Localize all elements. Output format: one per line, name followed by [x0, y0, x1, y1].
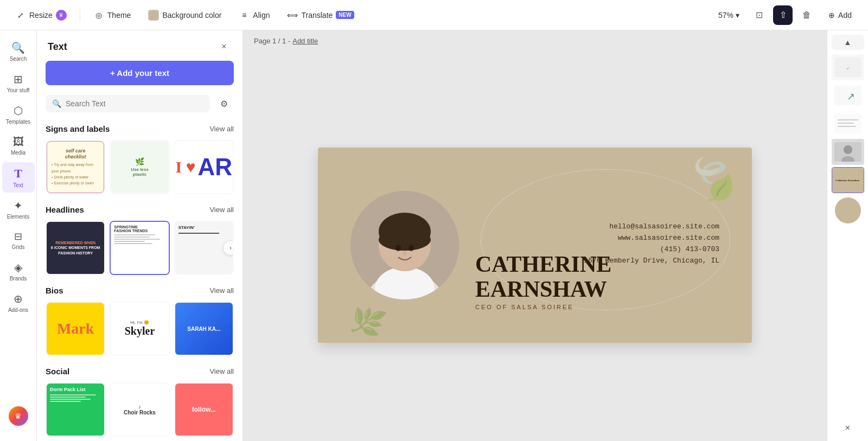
align-button[interactable]: ≡ Align [232, 7, 276, 24]
template-card-fashion-moments[interactable]: REMEMBERED WHEN 8 ICONIC MOMENTS FROM FA… [46, 221, 105, 275]
main-area: 🔍 Search ⊞ Your stuff ⬡ Templates 🖼 Medi… [0, 30, 868, 441]
template-card-partial-headline[interactable]: › STAYIN' [174, 221, 234, 275]
sidebar-item-text-label: Text [13, 182, 23, 188]
fashion-moments-text: REMEMBERED WHEN 8 ICONIC MOMENTS FROM FA… [50, 240, 101, 255]
thumb-5-name: Catherine Earnshaw [835, 179, 859, 182]
background-color-label: Background color [162, 11, 221, 20]
template-card-sarah-ka[interactable]: SARAH KA... [174, 302, 234, 356]
thumb-4-svg [834, 142, 861, 162]
business-card[interactable]: 🍃 🌿 [318, 148, 752, 343]
template-card-use-less-plastic[interactable]: 🌿 Use lessplastic [110, 140, 169, 194]
bios-view-all[interactable]: View all [209, 286, 234, 295]
svg-point-18 [844, 145, 852, 154]
template-card-follow[interactable]: follow... [174, 382, 234, 437]
sidebar-item-your-stuff-label: Your stuff [7, 87, 30, 93]
sidebar-item-text[interactable]: T Text [2, 162, 35, 193]
social-title: Social [46, 367, 69, 376]
premium-ring-icon: ♛ [9, 406, 28, 426]
template-card-choir-rocks[interactable]: ♪ Choir Rocks [110, 382, 169, 437]
search-input[interactable] [66, 99, 203, 108]
sidebar-item-templates[interactable]: ⬡ Templates [2, 100, 35, 129]
right-thumb-2[interactable]: ↗ [832, 82, 864, 108]
zoom-button[interactable]: 57% ▾ [713, 8, 745, 23]
name-line2: EARNSHAW [475, 277, 611, 302]
right-thumb-5[interactable]: Catherine Earnshaw [832, 167, 864, 193]
signs-labels-view-all[interactable]: View all [209, 125, 234, 133]
translate-button[interactable]: ⟺ Translate NEW [280, 7, 360, 24]
contact-phone: (415) 413-0703 [584, 245, 719, 253]
template-card-self-care[interactable]: self carechecklist • Try and stay away f… [46, 140, 105, 194]
contact-address: 1676 Kemberly Drive, Chicago, IL [584, 257, 719, 265]
right-panel: ▲ ↙ ↗ [827, 30, 868, 441]
canvas-area: Page 1 / 1 - Add title 🍃 🌿 [243, 30, 827, 441]
person-photo [350, 191, 459, 299]
your-stuff-icon: ⊞ [14, 73, 23, 86]
theme-label: Theme [107, 11, 131, 20]
template-card-skyler[interactable]: Hi, I'm 😊 Skyler [110, 302, 169, 356]
line-3 [114, 239, 160, 240]
sidebar-close-button[interactable]: × [216, 39, 232, 54]
sidebar-item-search[interactable]: 🔍 Search [2, 37, 35, 66]
sidebar-item-addons[interactable]: ⊕ Add-ons [2, 288, 35, 317]
music-note: ♪ [138, 404, 141, 410]
person-avatar-svg [350, 191, 459, 299]
sidebar-item-your-stuff[interactable]: ⊞ Your stuff [2, 68, 35, 98]
next-button[interactable]: › [223, 240, 234, 255]
svg-rect-14 [838, 119, 858, 120]
line-4 [114, 241, 145, 242]
translate-label: Translate [301, 11, 333, 20]
right-thumb-1[interactable]: ↙ [832, 54, 864, 80]
sidebar-item-grids[interactable]: ⊟ Grids [2, 226, 35, 254]
separator-1 [80, 9, 80, 22]
share-button[interactable]: ⇧ [773, 5, 793, 25]
signs-labels-grid: self carechecklist • Try and stay away f… [46, 140, 234, 194]
premium-button[interactable]: ♛ [2, 402, 35, 430]
crown-icon: ♛ [56, 10, 67, 21]
right-chevron-up-button[interactable]: ▲ [832, 35, 864, 50]
fashion-moments-card: REMEMBERED WHEN 8 ICONIC MOMENTS FROM FA… [47, 222, 104, 274]
template-card-dorm-pack[interactable]: Dorm Pack List [46, 382, 105, 437]
right-close-button[interactable]: × [832, 419, 864, 437]
s-line-1 [50, 394, 96, 395]
background-color-button[interactable]: Background color [142, 7, 228, 24]
sidebar-item-brands[interactable]: ◈ Brands [2, 257, 35, 286]
chevron-up-icon: ▲ [844, 38, 852, 47]
right-thumb-3[interactable] [832, 111, 864, 137]
template-card-mark[interactable]: Mark [46, 302, 105, 356]
social-view-all[interactable]: View all [209, 367, 234, 375]
line-1 [114, 234, 155, 235]
person-title: CEO OF SALSA SOIREE [475, 304, 611, 310]
social-grid: Dorm Pack List ♪ Choir Rocks [46, 382, 234, 437]
hi-im-text: Hi, I'm 😊 [130, 320, 149, 325]
add-title-link[interactable]: Add title [292, 37, 318, 45]
filter-button[interactable]: ⚙ [214, 94, 234, 113]
right-thumb-4[interactable] [832, 139, 864, 165]
dorm-pack-lines [50, 394, 101, 402]
sidebar-scroll: Signs and labels View all self carecheck… [37, 122, 242, 441]
page-layout-icon: ⊡ [756, 10, 763, 20]
svg-text:↗: ↗ [846, 91, 854, 102]
addons-icon: ⊕ [14, 292, 23, 305]
add-text-button[interactable]: + Add your text [46, 61, 234, 85]
headlines-view-all[interactable]: View all [209, 206, 234, 214]
sidebar-item-media[interactable]: 🖼 Media [2, 131, 35, 160]
right-thumb-6[interactable] [835, 197, 861, 223]
trash-button[interactable]: 🗑 [797, 5, 816, 25]
add-button[interactable]: ⊕ Add [821, 8, 859, 23]
svg-point-8 [403, 251, 406, 255]
line-2 [114, 237, 150, 238]
resize-button[interactable]: ⤢ Resize ♛ [9, 7, 73, 24]
s-line-4 [50, 401, 81, 402]
s-line-3 [50, 399, 91, 400]
theme-button[interactable]: ◎ Theme [87, 7, 138, 24]
sidebar-item-elements[interactable]: ✦ Elements [2, 195, 35, 224]
choir-rocks-card: ♪ Choir Rocks [111, 384, 168, 436]
template-card-springtime[interactable]: SPRINGTIMEFASHION TRENDS [110, 221, 169, 275]
page-layout-button[interactable]: ⊡ [749, 5, 769, 25]
mark-card: Mark [47, 303, 104, 355]
template-card-arrow-art[interactable]: I ♥ AR [174, 140, 234, 194]
partial-text: STAYIN' [178, 225, 229, 230]
sidebar-item-grids-label: Grids [12, 244, 25, 250]
contact-website: www.salsasoiree.site.com [584, 234, 719, 242]
s-line-2 [50, 397, 86, 398]
